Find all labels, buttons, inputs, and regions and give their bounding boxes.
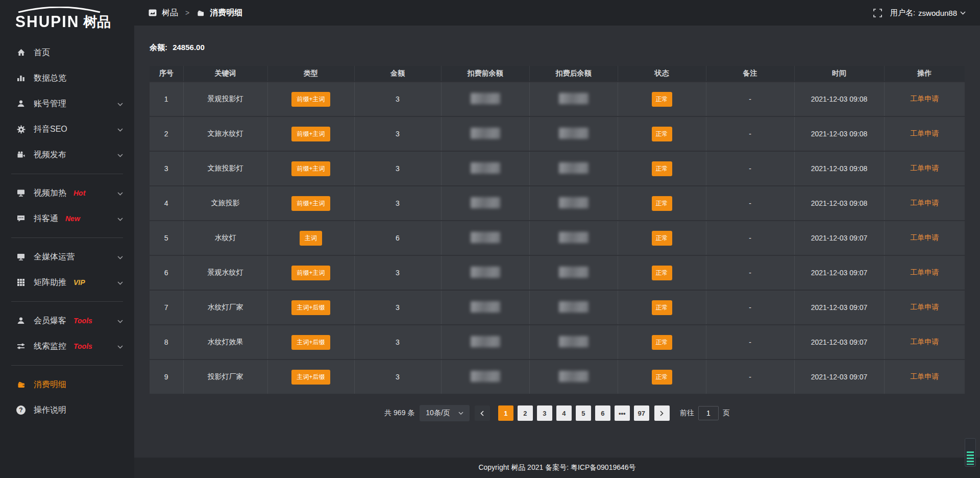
- status-badge: 正常: [652, 231, 672, 246]
- chat-widget-stripes: [967, 451, 974, 465]
- sidebar-item-member-burst[interactable]: 会员爆客 Tools: [0, 308, 134, 333]
- redacted-value: [559, 267, 589, 278]
- work-order-link[interactable]: 工单申请: [910, 303, 939, 311]
- table-header: 序号 关键词 类型 金额 扣费前余额 扣费后余额 状态 备注 时间 操作: [150, 66, 965, 82]
- page-button-6[interactable]: 6: [595, 405, 610, 421]
- sidebar-item-media-operation[interactable]: 全媒体运营: [0, 244, 134, 270]
- chevron-down-icon: [117, 99, 123, 108]
- chat-widget[interactable]: [965, 438, 976, 467]
- chevron-down-icon: [117, 278, 123, 287]
- member-icon: [16, 316, 26, 325]
- redacted-value: [471, 128, 500, 139]
- page-button-5[interactable]: 5: [576, 405, 591, 421]
- col-header-note: 备注: [706, 66, 794, 82]
- work-order-link[interactable]: 工单申请: [910, 94, 939, 103]
- cell-index: 7: [150, 290, 183, 325]
- type-badge: 前缀+主词: [291, 161, 330, 176]
- bar-chart-icon: [16, 74, 26, 83]
- sidebar-item-lead-monitor[interactable]: 线索监控 Tools: [0, 333, 134, 359]
- page-button-3[interactable]: 3: [537, 405, 552, 421]
- cell-balance-before: [441, 290, 529, 325]
- footer: Copyright 树品 2021 备案号: 粤ICP备09019646号: [134, 458, 980, 478]
- cell-balance-before: [441, 325, 529, 360]
- table-row: 7 水纹灯厂家 主词+后缀 3 正常 - 2021-12-03 09:07 工单…: [150, 290, 965, 325]
- col-header-time: 时间: [794, 66, 884, 82]
- goto-page-input[interactable]: [698, 406, 719, 420]
- page-button-2[interactable]: 2: [518, 405, 533, 421]
- page-button-1[interactable]: 1: [498, 405, 513, 421]
- cell-action: 工单申请: [884, 360, 965, 394]
- work-order-link[interactable]: 工单申请: [910, 199, 939, 207]
- breadcrumb-app[interactable]: 树品: [162, 8, 178, 18]
- sidebar-item-video-publish[interactable]: 视频发布: [0, 142, 134, 168]
- status-badge: 正常: [652, 161, 672, 176]
- page-size-select[interactable]: 10条/页: [420, 405, 469, 421]
- user-menu[interactable]: 用户名: zswodun88: [890, 8, 966, 18]
- redacted-value: [471, 162, 500, 174]
- consumption-table: 序号 关键词 类型 金额 扣费前余额 扣费后余额 状态 备注 时间 操作 1 景…: [150, 66, 965, 395]
- next-page-button[interactable]: [654, 405, 670, 421]
- sidebar-item-label: 数据总览: [34, 73, 66, 84]
- work-order-link[interactable]: 工单申请: [910, 372, 939, 380]
- work-order-link[interactable]: 工单申请: [910, 164, 939, 172]
- sidebar-item-account[interactable]: 账号管理: [0, 91, 134, 116]
- gear-icon: [16, 125, 26, 134]
- work-order-link[interactable]: 工单申请: [910, 129, 939, 137]
- cell-time: 2021-12-03 09:08: [794, 116, 884, 151]
- cell-status: 正常: [618, 82, 706, 116]
- balance-value: 24856.00: [173, 43, 205, 52]
- table-row: 3 文旅投影灯 前缀+主词 3 正常 - 2021-12-03 09:08 工单…: [150, 151, 965, 186]
- goto-label: 前往: [680, 409, 694, 418]
- cell-balance-before: [441, 151, 529, 186]
- chevron-down-icon: [117, 125, 123, 134]
- sidebar-item-data-overview[interactable]: 数据总览: [0, 65, 134, 91]
- breadcrumb-page: 消费明细: [210, 8, 242, 18]
- app-root: SHUPIN 树品 首页 数据总览 账号管理 抖音SEO: [0, 0, 980, 478]
- sidebar-item-label: 首页: [34, 47, 50, 58]
- sidebar-divider: [11, 237, 123, 238]
- redacted-value: [559, 128, 589, 139]
- page-button-•••[interactable]: •••: [615, 405, 630, 421]
- page-button-97[interactable]: 97: [634, 405, 649, 421]
- page-button-4[interactable]: 4: [556, 405, 572, 421]
- redacted-value: [559, 301, 589, 313]
- work-order-link[interactable]: 工单申请: [910, 338, 939, 346]
- cell-note: -: [706, 151, 794, 186]
- work-order-link[interactable]: 工单申请: [910, 233, 939, 242]
- redacted-value: [471, 336, 500, 347]
- cell-balance-after: [529, 221, 618, 255]
- cell-time: 2021-12-03 09:07: [794, 255, 884, 290]
- tools-badge: Tools: [74, 317, 92, 325]
- table-row: 2 文旅水纹灯 前缀+主词 3 正常 - 2021-12-03 09:08 工单…: [150, 116, 965, 151]
- cell-status: 正常: [618, 290, 706, 325]
- cell-balance-after: [529, 290, 618, 325]
- cell-balance-before: [441, 360, 529, 394]
- type-badge: 主词: [300, 231, 322, 246]
- prev-page-button[interactable]: [475, 405, 490, 421]
- sidebar-item-instructions[interactable]: 操作说明: [0, 397, 134, 423]
- redacted-value: [559, 162, 589, 174]
- sidebar-item-douyin-seo[interactable]: 抖音SEO: [0, 116, 134, 142]
- sidebar-item-doketong[interactable]: 抖客通 New: [0, 206, 134, 231]
- sidebar-item-home[interactable]: 首页: [0, 40, 134, 65]
- cell-type: 主词+后缀: [267, 360, 354, 394]
- col-header-index: 序号: [150, 66, 183, 82]
- sidebar-item-consumption-detail[interactable]: 消费明细: [0, 372, 134, 397]
- cell-keyword: 水纹灯: [183, 221, 267, 255]
- sidebar-item-label: 账号管理: [34, 99, 66, 109]
- cell-time: 2021-12-03 09:08: [794, 82, 884, 116]
- work-order-link[interactable]: 工单申请: [910, 268, 939, 276]
- hot-badge: Hot: [74, 189, 85, 197]
- vip-badge: VIP: [74, 278, 85, 286]
- sidebar-item-video-heat[interactable]: 视频加热 Hot: [0, 180, 134, 206]
- user-icon: [16, 99, 26, 108]
- sidebar-item-matrix-boost[interactable]: 矩阵助推 VIP: [0, 270, 134, 295]
- redacted-value: [559, 371, 589, 382]
- chevron-left-icon: [480, 411, 484, 416]
- cell-note: -: [706, 186, 794, 221]
- cell-keyword: 文旅投影: [183, 186, 267, 221]
- page-size-value: 10条/页: [426, 409, 450, 418]
- cell-type: 前缀+主词: [267, 255, 354, 290]
- heat-icon: [16, 188, 26, 198]
- fullscreen-icon[interactable]: [873, 9, 882, 17]
